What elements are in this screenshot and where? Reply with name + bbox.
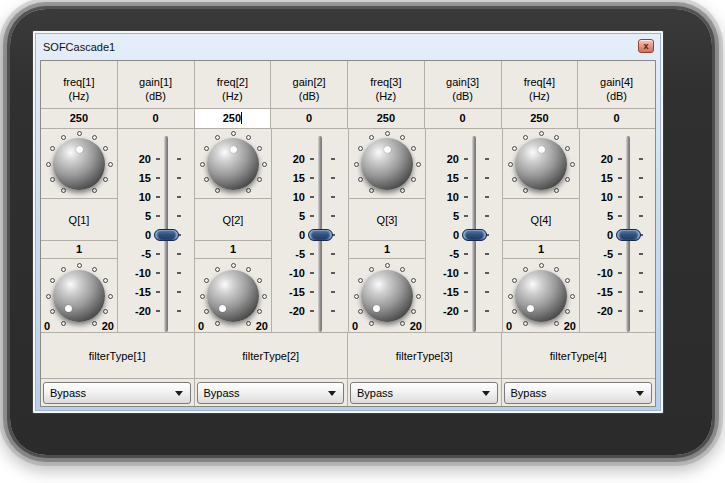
window-title: SOFCascade1	[43, 39, 638, 53]
chevron-down-icon	[175, 391, 183, 396]
slider-handle[interactable]	[616, 229, 641, 241]
header-row: freq[1] (Hz) gain[1] (dB) freq[2] (Hz) g…	[41, 61, 655, 109]
freq-q-stack-2: Q[2] 1 0 20	[195, 129, 272, 332]
gain-value-field-1[interactable]: 0	[118, 109, 195, 128]
chevron-down-icon	[482, 391, 490, 396]
gain-value-field-2[interactable]: 0	[271, 109, 348, 128]
freq-value-field-3[interactable]: 250	[348, 109, 425, 128]
slider-handle[interactable]	[308, 229, 333, 241]
tick-mark	[639, 253, 643, 255]
tick-label: 20	[118, 151, 151, 167]
tick-mark	[331, 215, 335, 217]
slider-handle[interactable]	[462, 229, 487, 241]
tick-label: 20	[426, 151, 459, 167]
freq-knob-3[interactable]	[354, 131, 420, 197]
tick-mark	[156, 177, 160, 179]
freq-knob-2[interactable]	[200, 131, 266, 197]
filter-dropdown-cell-3: Bypass	[348, 379, 502, 407]
screenshot-stage: SOFCascade1 x freq[1] (Hz) gain[1] (dB)	[0, 0, 725, 483]
tick-label: 5	[580, 208, 613, 224]
tick-mark	[485, 196, 489, 198]
tick-label: 10	[272, 189, 305, 205]
tick-mark	[310, 158, 314, 160]
knob-face	[515, 270, 567, 322]
tick-mark	[464, 272, 468, 274]
tick-mark	[618, 215, 622, 217]
tick-label: 0	[272, 227, 305, 243]
channel-1-controls: Q[1] 1 0 20	[41, 129, 195, 332]
freq-value-field-1[interactable]: 250	[41, 109, 118, 128]
freq-q-stack-3: Q[3] 1 0 20	[349, 129, 426, 332]
tick-mark	[485, 272, 489, 274]
knob-indicator-dot	[76, 146, 83, 153]
tick-label: 5	[426, 208, 459, 224]
freq-value-field-4[interactable]: 250	[502, 109, 579, 128]
freq-header-3: freq[3] (Hz)	[348, 61, 425, 108]
filter-type-label-2: filterType[2]	[195, 333, 349, 378]
freq-value-field-2[interactable]: 250	[195, 109, 272, 128]
gain-label: gain[1]	[139, 75, 172, 89]
tick-mark	[177, 158, 181, 160]
filter-type-dropdown-4[interactable]: Bypass	[504, 382, 653, 404]
tick-mark	[156, 272, 160, 274]
knob-indicator-dot	[65, 305, 72, 312]
tick-mark	[639, 272, 643, 274]
tick-mark	[310, 215, 314, 217]
gain-label: gain[3]	[446, 75, 479, 89]
q-value-field-3[interactable]: 1	[349, 241, 425, 259]
tick-mark	[156, 158, 160, 160]
freq-knob-1[interactable]	[46, 131, 112, 197]
knob-face	[53, 138, 105, 190]
tick-mark	[464, 196, 468, 198]
knob-face	[53, 270, 105, 322]
tick-label: -15	[272, 284, 305, 300]
tick-label: 20	[272, 151, 305, 167]
gain-slider-2: 20 15 10 5 0 -5 -10 -15 -20	[272, 129, 349, 332]
tick-mark	[639, 196, 643, 198]
filter-type-dropdown-3[interactable]: Bypass	[350, 382, 498, 404]
value-row: 250 0 250 0 250 0 250 0	[41, 109, 655, 129]
dropdown-selected-value: Bypass	[505, 387, 547, 399]
tick-mark	[177, 291, 181, 293]
knob-face	[207, 138, 259, 190]
gain-slider-1: 20 15 10 5 0 -5 -10 -15 -20	[118, 129, 195, 332]
tick-mark	[464, 158, 468, 160]
freq-knob-cell-2	[195, 129, 271, 199]
knob-face	[207, 270, 259, 322]
tick-mark	[618, 196, 622, 198]
gain-header-2: gain[2] (dB)	[271, 61, 348, 108]
gain-value-field-3[interactable]: 0	[425, 109, 502, 128]
close-button[interactable]: x	[638, 39, 654, 53]
freq-unit: (Hz)	[529, 89, 550, 103]
freq-knob-4[interactable]	[508, 131, 574, 197]
filter-type-dropdown-1[interactable]: Bypass	[43, 382, 191, 404]
q-value-field-1[interactable]: 1	[41, 241, 117, 259]
gain-value-field-4[interactable]: 0	[578, 109, 655, 128]
tick-mark	[331, 272, 335, 274]
knob-indicator-dot	[384, 146, 391, 153]
q-value-field-2[interactable]: 1	[195, 241, 271, 259]
q-knob-cell-4: 0 20	[503, 259, 579, 332]
tick-mark	[310, 291, 314, 293]
tick-label: -20	[272, 303, 305, 319]
tick-mark	[618, 310, 622, 312]
q-value-field-4[interactable]: 1	[503, 241, 579, 259]
tick-label: -20	[118, 303, 151, 319]
slider-handle[interactable]	[154, 229, 179, 241]
freq-q-stack-4: Q[4] 1 0 20	[503, 129, 580, 332]
tick-mark	[464, 177, 468, 179]
tick-mark	[464, 215, 468, 217]
tick-label: -5	[118, 246, 151, 262]
close-icon: x	[643, 42, 648, 51]
tick-mark	[156, 291, 160, 293]
knob-indicator-dot	[230, 146, 237, 153]
filter-type-dropdown-2[interactable]: Bypass	[197, 382, 345, 404]
freq-knob-cell-1	[41, 129, 117, 199]
dropdown-selected-value: Bypass	[44, 387, 86, 399]
window-frame: SOFCascade1 x freq[1] (Hz) gain[1] (dB)	[35, 33, 661, 411]
sofcascade-window: SOFCascade1 x freq[1] (Hz) gain[1] (dB)	[32, 30, 664, 414]
freq-label: freq[4]	[524, 75, 555, 89]
tick-mark	[618, 291, 622, 293]
tick-label: 0	[580, 227, 613, 243]
tick-mark	[156, 196, 160, 198]
